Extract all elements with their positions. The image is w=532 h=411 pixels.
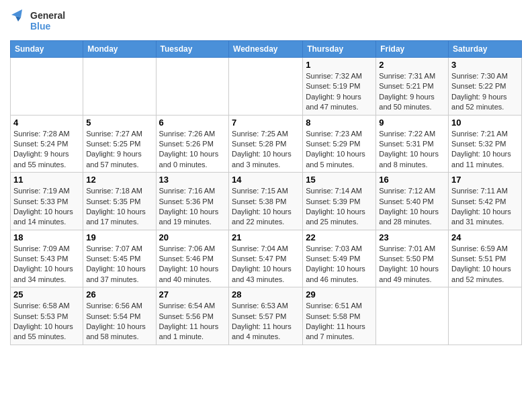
logo-svg: GeneralBlue [10, 7, 77, 35]
day-info: Sunrise: 7:04 AMSunset: 5:47 PMDaylight:… [232, 244, 300, 285]
day-info: Sunrise: 7:18 AMSunset: 5:35 PMDaylight:… [86, 186, 152, 228]
day-number: 20 [159, 232, 226, 242]
day-info: Sunrise: 7:03 AMSunset: 5:49 PMDaylight:… [306, 244, 373, 285]
day-number: 19 [86, 232, 152, 242]
day-number: 28 [232, 289, 300, 300]
day-cell: 19Sunrise: 7:07 AMSunset: 5:45 PMDayligh… [83, 230, 156, 287]
header-row: SundayMondayTuesdayWednesdayThursdayFrid… [11, 41, 522, 58]
day-cell [449, 287, 522, 345]
day-info: Sunrise: 6:51 AMSunset: 5:58 PMDaylight:… [306, 301, 373, 342]
day-cell: 13Sunrise: 7:16 AMSunset: 5:36 PMDayligh… [156, 173, 229, 230]
day-info: Sunrise: 7:28 AMSunset: 5:24 PMDaylight:… [13, 129, 80, 171]
day-cell [376, 287, 449, 345]
day-cell: 14Sunrise: 7:15 AMSunset: 5:38 PMDayligh… [229, 173, 303, 230]
day-cell [83, 58, 156, 116]
day-cell: 17Sunrise: 7:11 AMSunset: 5:42 PMDayligh… [449, 173, 522, 230]
day-cell: 4Sunrise: 7:28 AMSunset: 5:24 PMDaylight… [11, 115, 83, 173]
day-cell: 7Sunrise: 7:25 AMSunset: 5:28 PMDaylight… [229, 115, 303, 173]
header-cell-friday: Friday [376, 41, 449, 58]
header-cell-thursday: Thursday [303, 41, 376, 58]
day-cell: 20Sunrise: 7:06 AMSunset: 5:46 PMDayligh… [156, 230, 229, 287]
day-cell [11, 58, 83, 116]
day-cell: 29Sunrise: 6:51 AMSunset: 5:58 PMDayligh… [303, 287, 376, 345]
day-info: Sunrise: 7:30 AMSunset: 5:22 PMDaylight:… [451, 71, 519, 113]
day-cell: 24Sunrise: 6:59 AMSunset: 5:51 PMDayligh… [449, 230, 522, 287]
day-info: Sunrise: 7:07 AMSunset: 5:45 PMDaylight:… [86, 244, 152, 285]
day-info: Sunrise: 7:22 AMSunset: 5:31 PMDaylight:… [379, 129, 445, 171]
day-cell: 16Sunrise: 7:12 AMSunset: 5:40 PMDayligh… [376, 173, 449, 230]
day-number: 10 [451, 118, 519, 128]
day-info: Sunrise: 7:26 AMSunset: 5:26 PMDaylight:… [159, 129, 226, 171]
day-cell: 2Sunrise: 7:31 AMSunset: 5:21 PMDaylight… [376, 58, 449, 116]
day-info: Sunrise: 7:09 AMSunset: 5:43 PMDaylight:… [13, 244, 80, 285]
day-cell: 25Sunrise: 6:58 AMSunset: 5:53 PMDayligh… [11, 287, 83, 345]
day-cell: 5Sunrise: 7:27 AMSunset: 5:25 PMDaylight… [83, 115, 156, 173]
day-number: 13 [159, 175, 226, 185]
week-row-3: 11Sunrise: 7:19 AMSunset: 5:33 PMDayligh… [11, 173, 522, 230]
day-info: Sunrise: 7:21 AMSunset: 5:32 PMDaylight:… [451, 129, 519, 171]
day-number: 25 [13, 289, 80, 300]
day-info: Sunrise: 6:59 AMSunset: 5:51 PMDaylight:… [451, 244, 519, 285]
day-info: Sunrise: 7:01 AMSunset: 5:50 PMDaylight:… [379, 244, 445, 285]
week-row-4: 18Sunrise: 7:09 AMSunset: 5:43 PMDayligh… [11, 230, 522, 287]
day-cell: 18Sunrise: 7:09 AMSunset: 5:43 PMDayligh… [11, 230, 83, 287]
day-number: 16 [379, 175, 445, 185]
day-number: 5 [86, 118, 152, 128]
calendar-table: SundayMondayTuesdayWednesdayThursdayFrid… [10, 40, 522, 345]
day-cell: 28Sunrise: 6:53 AMSunset: 5:57 PMDayligh… [229, 287, 303, 345]
day-cell: 10Sunrise: 7:21 AMSunset: 5:32 PMDayligh… [449, 115, 522, 173]
day-cell: 6Sunrise: 7:26 AMSunset: 5:26 PMDaylight… [156, 115, 229, 173]
day-cell: 23Sunrise: 7:01 AMSunset: 5:50 PMDayligh… [376, 230, 449, 287]
day-info: Sunrise: 6:53 AMSunset: 5:57 PMDaylight:… [232, 301, 300, 342]
day-cell [156, 58, 229, 116]
svg-text:General: General [30, 10, 65, 21]
day-info: Sunrise: 7:12 AMSunset: 5:40 PMDaylight:… [379, 186, 445, 228]
header-cell-monday: Monday [83, 41, 156, 58]
day-cell: 21Sunrise: 7:04 AMSunset: 5:47 PMDayligh… [229, 230, 303, 287]
header-cell-tuesday: Tuesday [156, 41, 229, 58]
day-cell: 15Sunrise: 7:14 AMSunset: 5:39 PMDayligh… [303, 173, 376, 230]
day-cell: 26Sunrise: 6:56 AMSunset: 5:54 PMDayligh… [83, 287, 156, 345]
day-cell [229, 58, 303, 116]
day-number: 8 [306, 118, 373, 128]
day-cell: 22Sunrise: 7:03 AMSunset: 5:49 PMDayligh… [303, 230, 376, 287]
day-number: 12 [86, 175, 152, 185]
day-info: Sunrise: 6:54 AMSunset: 5:56 PMDaylight:… [159, 301, 226, 342]
day-cell: 9Sunrise: 7:22 AMSunset: 5:31 PMDaylight… [376, 115, 449, 173]
calendar-page: GeneralBlue SundayMondayTuesdayWednesday… [0, 0, 532, 411]
day-info: Sunrise: 7:11 AMSunset: 5:42 PMDaylight:… [451, 186, 519, 228]
day-info: Sunrise: 7:25 AMSunset: 5:28 PMDaylight:… [232, 129, 300, 171]
day-info: Sunrise: 7:32 AMSunset: 5:19 PMDaylight:… [306, 71, 373, 113]
day-cell: 12Sunrise: 7:18 AMSunset: 5:35 PMDayligh… [83, 173, 156, 230]
day-number: 3 [451, 60, 519, 70]
header-cell-saturday: Saturday [449, 41, 522, 58]
day-number: 23 [379, 232, 445, 242]
day-cell: 11Sunrise: 7:19 AMSunset: 5:33 PMDayligh… [11, 173, 83, 230]
day-number: 29 [306, 289, 373, 300]
day-cell: 8Sunrise: 7:23 AMSunset: 5:29 PMDaylight… [303, 115, 376, 173]
day-info: Sunrise: 7:14 AMSunset: 5:39 PMDaylight:… [306, 186, 373, 228]
day-number: 9 [379, 118, 445, 128]
day-number: 6 [159, 118, 226, 128]
header-cell-sunday: Sunday [11, 41, 83, 58]
day-number: 24 [451, 232, 519, 242]
day-number: 15 [306, 175, 373, 185]
day-number: 22 [306, 232, 373, 242]
week-row-5: 25Sunrise: 6:58 AMSunset: 5:53 PMDayligh… [11, 287, 522, 345]
day-cell: 3Sunrise: 7:30 AMSunset: 5:22 PMDaylight… [449, 58, 522, 116]
day-number: 26 [86, 289, 152, 300]
day-number: 18 [13, 232, 80, 242]
svg-text:Blue: Blue [30, 21, 51, 32]
week-row-1: 1Sunrise: 7:32 AMSunset: 5:19 PMDaylight… [11, 58, 522, 116]
day-number: 27 [159, 289, 226, 300]
week-row-2: 4Sunrise: 7:28 AMSunset: 5:24 PMDaylight… [11, 115, 522, 173]
day-number: 2 [379, 60, 445, 70]
day-info: Sunrise: 7:06 AMSunset: 5:46 PMDaylight:… [159, 244, 226, 285]
day-info: Sunrise: 7:16 AMSunset: 5:36 PMDaylight:… [159, 186, 226, 228]
day-info: Sunrise: 7:31 AMSunset: 5:21 PMDaylight:… [379, 71, 445, 113]
day-info: Sunrise: 7:23 AMSunset: 5:29 PMDaylight:… [306, 129, 373, 171]
header-cell-wednesday: Wednesday [229, 41, 303, 58]
day-info: Sunrise: 7:19 AMSunset: 5:33 PMDaylight:… [13, 186, 80, 228]
day-info: Sunrise: 6:58 AMSunset: 5:53 PMDaylight:… [13, 301, 80, 342]
day-cell: 27Sunrise: 6:54 AMSunset: 5:56 PMDayligh… [156, 287, 229, 345]
